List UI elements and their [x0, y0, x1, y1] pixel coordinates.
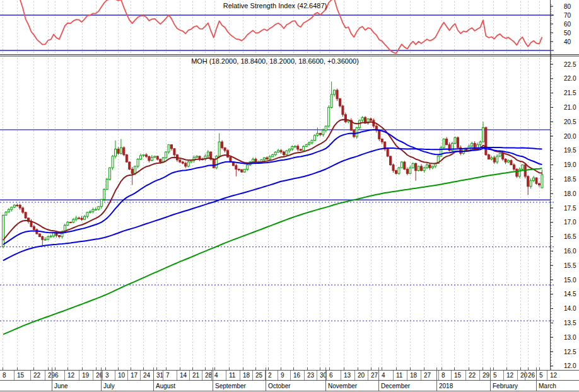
candle-body — [334, 90, 336, 95]
week-label: 5 — [493, 372, 497, 379]
price-axis-label: 16.5 — [564, 233, 576, 240]
candle-body — [243, 170, 245, 172]
price-axis-label: 12.5 — [564, 349, 576, 355]
month-label: September — [215, 383, 247, 389]
month-label: February — [493, 383, 518, 389]
price-axis-label: 21.5 — [564, 89, 576, 96]
overlay-ma-slow — [3, 168, 542, 334]
week-label: 17 — [131, 372, 138, 379]
week-label: 25 — [255, 372, 263, 379]
candle-body — [190, 161, 192, 162]
candle-body — [160, 159, 161, 162]
price-axis-label: 13.5 — [564, 320, 576, 326]
week-label: 4 — [382, 372, 385, 379]
candle-body — [474, 143, 476, 147]
candle-body — [199, 156, 201, 159]
week-label: 8 — [442, 372, 445, 379]
week-label: 26 — [528, 372, 535, 379]
candle-body — [395, 171, 397, 174]
month-label: 2018 — [439, 383, 453, 389]
moving-averages-layer — [3, 120, 542, 335]
candle-body — [311, 141, 313, 143]
candle-body — [471, 143, 473, 146]
week-label: 2 — [268, 372, 272, 379]
price-axis-label: 19.0 — [564, 161, 576, 168]
candle-body — [278, 151, 279, 153]
candle-body — [16, 205, 18, 205]
candle-body — [415, 163, 417, 170]
month-label: July — [103, 383, 115, 389]
reference-lines-layer — [0, 15, 550, 321]
candle-body — [120, 147, 122, 153]
month-label: November — [328, 383, 358, 389]
price-axis-label: 12.0 — [564, 362, 576, 369]
week-label: 12 — [506, 372, 514, 379]
price-axis-label: 17.0 — [564, 219, 576, 226]
week-label: 16 — [293, 372, 301, 379]
stock-chart-canvas[interactable]: 807060504022.522.021.521.020.520.019.519… — [0, 0, 579, 392]
candle-body — [38, 234, 40, 236]
candle-body — [398, 168, 400, 173]
candle-body — [426, 165, 428, 168]
week-label: 28 — [205, 372, 213, 379]
candle-body — [527, 176, 529, 187]
week-label: 6 — [329, 372, 333, 379]
month-label: August — [156, 383, 175, 389]
candle-body — [44, 239, 46, 240]
week-label: 19 — [82, 372, 90, 379]
candle-body — [8, 209, 9, 212]
candle-body — [148, 156, 150, 160]
week-label: 11 — [396, 372, 403, 379]
candles-layer — [3, 81, 543, 248]
candle-body — [300, 149, 301, 151]
week-label: 14 — [180, 372, 187, 379]
rsi-axis-label: 80 — [564, 3, 571, 10]
week-label: 12 — [67, 372, 75, 379]
candle-body — [13, 205, 15, 207]
month-label: December — [381, 383, 411, 389]
candle-body — [78, 218, 80, 219]
candle-body — [196, 156, 198, 158]
candle-body — [392, 165, 394, 171]
candle-body — [477, 145, 479, 148]
candle-body — [187, 162, 189, 166]
candle-body — [168, 145, 170, 152]
week-label: 29 — [48, 372, 56, 379]
overlay-ma-mid — [3, 130, 542, 245]
candle-body — [443, 139, 445, 148]
candle-body — [86, 212, 88, 216]
price-axis-label: 15.5 — [564, 262, 576, 269]
candle-body — [493, 158, 495, 162]
candle-body — [272, 155, 274, 157]
week-label: 24 — [143, 372, 151, 379]
candle-body — [185, 163, 187, 166]
rsi-axis-label: 60 — [564, 21, 571, 28]
candle-body — [137, 159, 139, 166]
candle-body — [303, 146, 305, 150]
month-label: October — [268, 383, 291, 389]
week-label: 31 — [156, 372, 164, 379]
candle-body — [143, 155, 144, 156]
candle-body — [319, 133, 321, 134]
week-label: 20 — [520, 372, 528, 379]
candle-body — [224, 147, 226, 150]
candle-body — [297, 146, 299, 149]
price-axis-label: 13.0 — [564, 334, 576, 341]
week-label: 27 — [424, 372, 431, 379]
price-axis-label: 22.5 — [564, 61, 576, 68]
candle-body — [418, 166, 419, 171]
candle-body — [129, 162, 131, 169]
candle-body — [151, 157, 153, 160]
candle-body — [98, 207, 100, 209]
candle-body — [115, 149, 117, 156]
month-label: March — [539, 383, 556, 389]
week-label: 26 — [96, 372, 103, 379]
candle-body — [109, 168, 111, 179]
candle-body — [73, 219, 74, 222]
candle-body — [179, 160, 181, 162]
candle-body — [406, 169, 408, 173]
candle-body — [81, 218, 83, 219]
candle-body — [263, 158, 265, 159]
candle-body — [126, 155, 127, 162]
candle-body — [342, 106, 344, 115]
